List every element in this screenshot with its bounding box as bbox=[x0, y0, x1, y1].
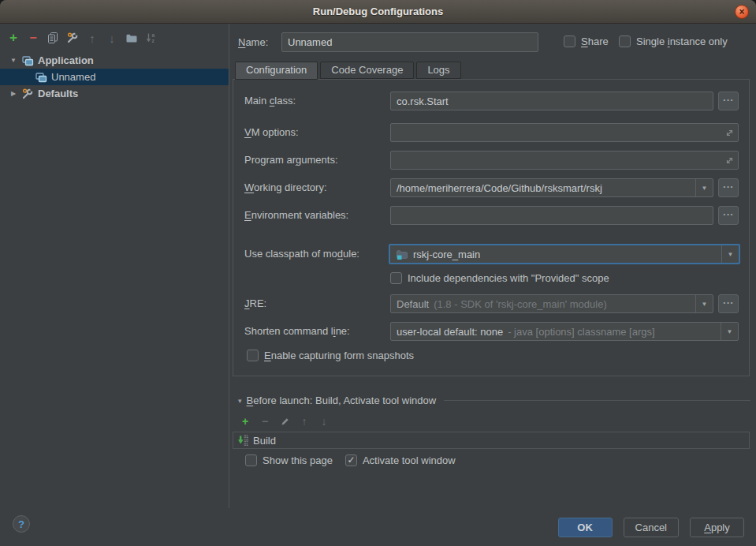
classpath-module-value: rskj-core_main bbox=[413, 249, 480, 260]
move-up-icon: ↑ bbox=[89, 32, 95, 45]
checkbox-box bbox=[390, 272, 402, 284]
configuration-tab-panel: Main class: co.rsk.Start ... VM options:… bbox=[233, 79, 750, 376]
before-launch-toolbar: + − ↑ ↓ bbox=[239, 415, 330, 428]
jre-row: JRE: Default (1.8 - SDK of 'rskj-core_ma… bbox=[233, 294, 749, 313]
environment-variables-label: Environment variables: bbox=[244, 209, 348, 221]
before-launch-title: Before launch: Build, Activate tool wind… bbox=[247, 395, 437, 406]
add-icon: + bbox=[242, 415, 248, 428]
classpath-module-combo[interactable]: rskj-core_main ▼ bbox=[389, 244, 740, 264]
program-arguments-field[interactable] bbox=[390, 151, 739, 170]
close-button[interactable]: × bbox=[735, 5, 749, 19]
environment-variables-browse-button[interactable]: ... bbox=[718, 206, 739, 225]
include-provided-checkbox[interactable]: Include dependencies with "Provided" sco… bbox=[390, 272, 609, 284]
main-class-field[interactable]: co.rsk.Start bbox=[390, 92, 713, 110]
section-collapse-icon[interactable]: ▾ bbox=[238, 397, 242, 405]
environment-variables-value bbox=[391, 207, 713, 224]
include-provided-row: Include dependencies with "Provided" sco… bbox=[233, 272, 749, 291]
main-class-browse-button[interactable]: ... bbox=[718, 92, 739, 110]
chevron-down-icon: ▼ bbox=[727, 328, 733, 335]
jre-combo[interactable]: Default (1.8 - SDK of 'rskj-core_main' m… bbox=[390, 294, 713, 313]
checkbox-box bbox=[619, 36, 631, 47]
shorten-command-line-combo[interactable]: user-local default: none - java [options… bbox=[390, 322, 739, 341]
program-arguments-value bbox=[391, 151, 721, 169]
tree-item-label: Unnamed bbox=[51, 71, 95, 83]
classpath-module-row: Use classpath of module: rskj-core_main … bbox=[233, 244, 749, 264]
activate-tool-window-checkbox[interactable]: ✓ Activate tool window bbox=[345, 454, 456, 466]
cancel-button[interactable]: Cancel bbox=[624, 518, 679, 537]
main-class-label: Main class: bbox=[244, 95, 296, 107]
window-title: Run/Debug Configurations bbox=[313, 6, 443, 17]
ok-button[interactable]: OK bbox=[558, 518, 613, 537]
remove-task-button[interactable]: − bbox=[259, 415, 271, 428]
expand-collapse-icon[interactable]: ▼ bbox=[9, 57, 17, 64]
task-label: Build bbox=[253, 435, 276, 447]
edit-defaults-button[interactable] bbox=[66, 32, 79, 44]
move-down-icon: ↓ bbox=[109, 32, 115, 45]
move-down-icon: ↓ bbox=[322, 415, 327, 428]
help-button[interactable]: ? bbox=[13, 515, 30, 533]
jre-browse-button[interactable]: ... bbox=[718, 294, 739, 313]
module-icon bbox=[396, 248, 408, 260]
sidebar-toolbar: + − ↑ ↓ az bbox=[0, 24, 229, 50]
name-input[interactable] bbox=[281, 32, 538, 52]
svg-text:z: z bbox=[152, 38, 155, 43]
vm-options-label: VM options: bbox=[244, 126, 299, 138]
jre-dropdown-arrow[interactable]: ▼ bbox=[695, 295, 713, 312]
activate-tool-window-label: Activate tool window bbox=[363, 454, 456, 466]
add-configuration-button[interactable]: + bbox=[7, 32, 20, 44]
working-directory-combo[interactable]: /home/meriherrera/Code/Github/rsksmart/r… bbox=[390, 178, 713, 197]
working-directory-browse-button[interactable]: ... bbox=[718, 178, 739, 197]
copy-configuration-button[interactable] bbox=[47, 32, 59, 44]
vm-options-field[interactable] bbox=[390, 123, 739, 142]
add-task-button[interactable]: + bbox=[239, 415, 251, 428]
shorten-command-line-row: Shorten command line: user-local default… bbox=[233, 322, 749, 341]
jre-label: JRE: bbox=[244, 297, 266, 309]
bottom-checkboxes: Show this page ✓ Activate tool window bbox=[245, 454, 456, 466]
expand-collapse-icon[interactable]: ▶ bbox=[9, 90, 17, 97]
shorten-command-line-label: Shorten command line: bbox=[244, 325, 350, 337]
share-checkbox[interactable]: Share bbox=[564, 36, 609, 47]
tab-code-coverage[interactable]: Code Coverage bbox=[320, 62, 414, 79]
capture-snapshots-row: Enable capturing form snapshots bbox=[233, 350, 749, 368]
tree-item-application[interactable]: ▼ Application bbox=[0, 52, 229, 69]
move-task-up-button[interactable]: ↑ bbox=[298, 415, 311, 428]
tabs-bar: Configuration Code Coverage Logs bbox=[235, 62, 461, 80]
remove-configuration-button[interactable]: − bbox=[27, 32, 39, 44]
main-class-value: co.rsk.Start bbox=[391, 92, 713, 110]
jre-value: Default bbox=[397, 298, 429, 310]
apply-button[interactable]: Apply bbox=[690, 518, 744, 537]
classpath-module-dropdown-arrow[interactable]: ▼ bbox=[721, 245, 739, 263]
sort-az-icon: az bbox=[145, 32, 158, 44]
move-down-button[interactable]: ↓ bbox=[106, 32, 118, 44]
tree-item-unnamed[interactable]: Unnamed bbox=[0, 69, 229, 85]
move-up-button[interactable]: ↑ bbox=[86, 32, 99, 44]
shorten-command-line-dropdown-arrow[interactable]: ▼ bbox=[721, 323, 738, 340]
tab-configuration[interactable]: Configuration bbox=[235, 62, 318, 80]
capture-snapshots-label: Enable capturing form snapshots bbox=[264, 350, 414, 361]
ellipsis-icon: ... bbox=[723, 92, 734, 103]
expand-field-icon[interactable] bbox=[721, 151, 738, 169]
ellipsis-icon: ... bbox=[723, 295, 734, 305]
before-launch-task-build[interactable]: 011001 Build bbox=[233, 432, 750, 449]
show-this-page-checkbox[interactable]: Show this page bbox=[245, 454, 333, 466]
copy-icon bbox=[47, 32, 59, 44]
create-folder-button[interactable] bbox=[125, 32, 138, 44]
tree-item-defaults[interactable]: ▶ Defaults bbox=[0, 85, 229, 102]
expand-field-icon[interactable] bbox=[721, 124, 738, 141]
edit-task-button[interactable] bbox=[278, 415, 291, 428]
move-task-down-button[interactable]: ↓ bbox=[318, 415, 330, 428]
titlebar[interactable]: Run/Debug Configurations × bbox=[0, 0, 756, 24]
help-icon: ? bbox=[18, 518, 24, 530]
environment-variables-field[interactable] bbox=[390, 206, 713, 225]
chevron-down-icon: ▼ bbox=[728, 251, 734, 258]
vm-options-value bbox=[391, 124, 721, 141]
jre-value-detail: (1.8 - SDK of 'rskj-core_main' module) bbox=[434, 298, 607, 310]
tree-item-label: Defaults bbox=[38, 88, 78, 99]
working-directory-dropdown-arrow[interactable]: ▼ bbox=[695, 179, 713, 196]
close-icon: × bbox=[739, 7, 744, 17]
program-arguments-row: Program arguments: bbox=[233, 151, 749, 170]
sort-configurations-button[interactable]: az bbox=[145, 32, 158, 44]
single-instance-checkbox[interactable]: Single instance only bbox=[619, 36, 728, 47]
tab-logs[interactable]: Logs bbox=[416, 62, 460, 79]
capture-snapshots-checkbox[interactable]: Enable capturing form snapshots bbox=[247, 350, 414, 361]
